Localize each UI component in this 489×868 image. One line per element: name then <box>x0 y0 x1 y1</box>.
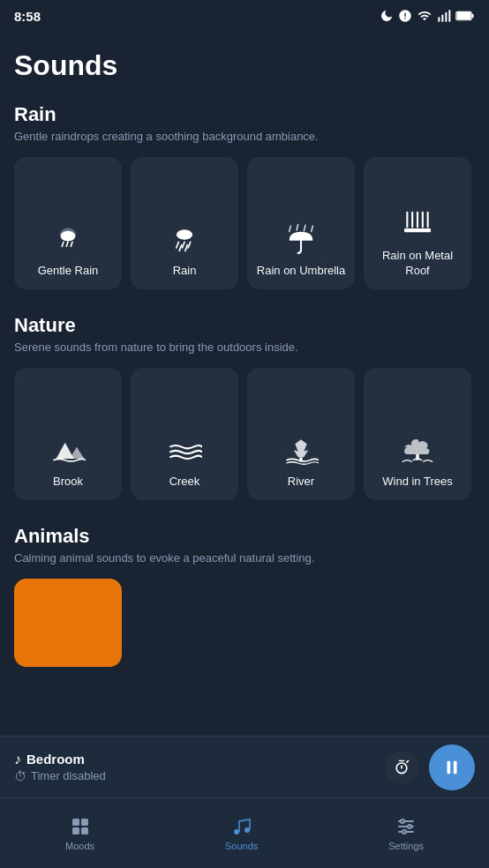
wifi-icon <box>417 9 433 23</box>
svg-point-40 <box>234 829 239 834</box>
sounds-music-icon <box>231 816 252 837</box>
svg-line-17 <box>290 226 291 232</box>
rain-icon <box>167 221 202 257</box>
nav-sounds[interactable]: Sounds <box>207 809 275 858</box>
svg-line-20 <box>312 226 313 232</box>
creek-label: Creek <box>164 475 206 490</box>
nav-moods[interactable]: Moods <box>48 809 112 858</box>
svg-rect-3 <box>448 10 450 21</box>
svg-rect-36 <box>72 819 79 826</box>
brook-card[interactable]: Brook <box>14 368 122 500</box>
svg-line-14 <box>188 242 191 248</box>
svg-line-18 <box>297 224 298 230</box>
gentle-rain-card[interactable]: Gentle Rain <box>14 157 122 289</box>
svg-point-47 <box>402 830 406 834</box>
svg-point-45 <box>401 819 404 823</box>
svg-line-19 <box>304 225 305 231</box>
moods-grid-icon <box>70 816 91 837</box>
moods-label: Moods <box>65 841 94 851</box>
animals-section-title: Animals <box>14 525 475 548</box>
svg-line-12 <box>177 242 179 248</box>
rain-metal-card[interactable]: Rain on Metal Roof <box>364 157 471 289</box>
animals-section-desc: Calming animal sounds to evoke a peacefu… <box>14 551 475 565</box>
now-playing-subtitle: ⏱ Timer disabled <box>14 769 374 783</box>
creek-icon <box>167 432 202 468</box>
svg-line-8 <box>62 242 64 246</box>
nature-section-title: Nature <box>14 314 475 337</box>
rain-umbrella-label: Rain on Umbrella <box>252 264 350 279</box>
svg-rect-27 <box>404 228 431 232</box>
svg-rect-37 <box>81 819 88 826</box>
svg-rect-34 <box>448 760 451 774</box>
nav-settings[interactable]: Settings <box>371 809 441 858</box>
rain-cards-row: Gentle Rain Rain <box>14 157 475 289</box>
svg-point-41 <box>244 827 250 833</box>
pause-icon <box>442 758 462 777</box>
rain-umbrella-card[interactable]: Rain on Umbrella <box>247 157 355 289</box>
gentle-rain-label: Gentle Rain <box>33 264 104 279</box>
svg-rect-6 <box>457 12 471 19</box>
now-playing-info: ♪ Bedroom ⏱ Timer disabled <box>14 752 374 783</box>
brook-label: Brook <box>48 475 88 490</box>
gentle-rain-icon <box>50 221 86 257</box>
main-content: Sounds Rain Gentle raindrops creating a … <box>0 32 489 736</box>
svg-point-11 <box>177 229 192 240</box>
timer-label: Timer disabled <box>31 769 106 782</box>
rain-label: Rain <box>168 264 202 279</box>
rain-section-title: Rain <box>14 103 475 126</box>
river-card[interactable]: River <box>247 368 355 500</box>
signal-icon <box>437 9 451 23</box>
svg-rect-39 <box>81 827 88 834</box>
svg-line-15 <box>179 245 182 251</box>
svg-line-10 <box>71 242 72 246</box>
status-time: 8:58 <box>14 9 41 24</box>
settings-sliders-icon <box>395 816 417 837</box>
battery-icon <box>455 10 475 22</box>
stopwatch-icon <box>393 759 410 776</box>
brook-icon <box>50 432 86 468</box>
timer-stop-icon: ⏱ <box>14 769 26 783</box>
svg-rect-0 <box>438 17 440 21</box>
river-label: River <box>282 475 320 490</box>
page-title: Sounds <box>14 32 475 103</box>
nature-cards-row: Brook Creek River <box>14 368 475 500</box>
nature-section-desc: Serene sounds from nature to bring the o… <box>14 340 475 354</box>
animals-cards-row <box>14 579 475 667</box>
sounds-label: Sounds <box>225 841 258 851</box>
svg-rect-5 <box>471 14 473 19</box>
svg-line-16 <box>185 245 188 251</box>
creek-card[interactable]: Creek <box>131 368 238 500</box>
svg-rect-35 <box>454 760 457 774</box>
svg-line-13 <box>183 242 185 248</box>
rain-metal-label: Rain on Metal Roof <box>364 249 471 279</box>
now-playing-bar: ♪ Bedroom ⏱ Timer disabled <box>0 736 489 797</box>
svg-rect-2 <box>445 12 447 22</box>
status-bar: 8:58 <box>0 0 489 32</box>
timer-button[interactable] <box>385 751 418 784</box>
svg-point-46 <box>408 825 411 828</box>
animals-card-partial[interactable] <box>14 579 122 667</box>
now-playing-title: ♪ Bedroom <box>14 752 374 767</box>
alert-icon <box>398 9 412 23</box>
svg-rect-1 <box>441 15 443 22</box>
wind-trees-card[interactable]: Wind in Trees <box>364 368 471 500</box>
svg-line-33 <box>407 760 409 762</box>
rain-card[interactable]: Rain <box>131 157 238 289</box>
music-note-icon: ♪ <box>14 752 21 767</box>
river-icon <box>283 432 319 468</box>
svg-line-9 <box>66 242 68 246</box>
svg-rect-38 <box>72 827 79 834</box>
svg-point-7 <box>61 231 76 242</box>
rain-metal-icon <box>400 206 435 242</box>
wind-trees-icon <box>400 432 435 468</box>
wind-trees-label: Wind in Trees <box>377 475 457 490</box>
status-icons <box>380 9 475 23</box>
pause-button[interactable] <box>429 745 475 790</box>
moon-icon <box>380 9 394 23</box>
bottom-nav: Moods Sounds Settings <box>0 797 489 868</box>
rain-umbrella-icon <box>283 221 319 257</box>
now-playing-name: Bedroom <box>26 752 85 767</box>
rain-section-desc: Gentle raindrops creating a soothing bac… <box>14 130 475 143</box>
settings-label: Settings <box>388 841 424 851</box>
